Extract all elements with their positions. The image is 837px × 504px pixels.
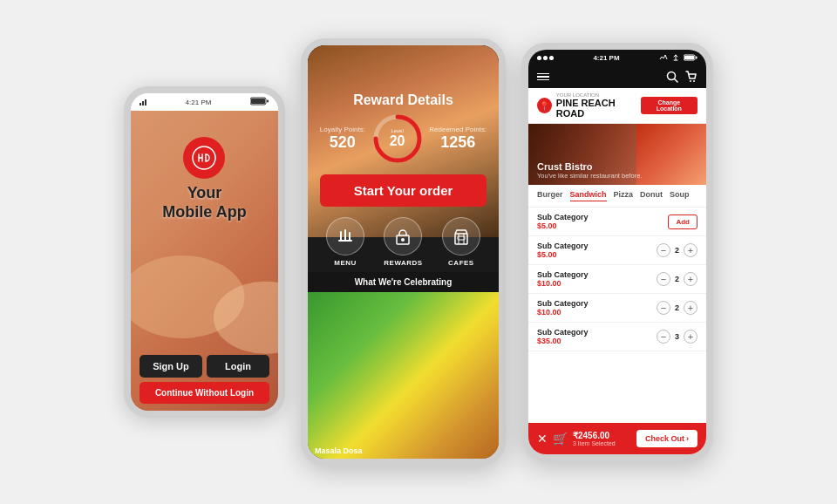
phone-1: 4:21 PM Your Mobile App Sign Up Login Co… [124, 86, 285, 418]
celebrating-section: What We're Celebrating [308, 272, 499, 292]
tab-pizza[interactable]: Pizza [614, 190, 634, 201]
menu-item-3: Sub Category $10.00 − 2 + [528, 265, 706, 294]
top-bar-3 [528, 65, 706, 88]
rewards-shortcut[interactable]: REWARDS [384, 217, 422, 267]
app-logo-area: Your Mobile App [162, 137, 246, 221]
hamburger-icon-3[interactable] [537, 72, 549, 83]
add-button-1[interactable]: Add [668, 215, 698, 229]
status-dots-3 [537, 56, 554, 60]
increment-button-3[interactable]: + [684, 272, 698, 286]
menu-item-info-1: Sub Category $5.00 [537, 213, 589, 230]
chevron-right-icon: › [686, 434, 689, 443]
qty-value-2: 2 [675, 246, 679, 255]
decrement-button-4[interactable]: − [657, 301, 670, 315]
change-location-button[interactable]: Change Location [641, 97, 698, 114]
menu-item-info-5: Sub Category $35.00 [537, 328, 589, 345]
cafes-shortcut[interactable]: CAFES [442, 217, 480, 267]
increment-button-5[interactable]: + [684, 330, 698, 344]
signup-button[interactable]: Sign Up [140, 355, 202, 378]
reward-content: Reward Details Loyalty Points: 520 Level… [308, 85, 499, 459]
cart-icon[interactable] [685, 71, 698, 83]
menu-icon [326, 217, 364, 255]
app-title: Your Mobile App [162, 184, 246, 221]
checkout-left: ✕ 🛒 ₹2456.00 3 Item Selected [537, 431, 616, 446]
level-text: Level 20 [390, 128, 405, 149]
svg-line-23 [675, 79, 678, 83]
menu-item-info-4: Sub Category $10.00 [537, 299, 589, 317]
rewards-label: REWARDS [384, 259, 422, 267]
reward-stats: Loyalty Points: 520 Level 20 Redeemed Po… [308, 113, 499, 169]
qty-control-3: − 2 + [657, 272, 698, 286]
menu-item-info-3: Sub Category $10.00 [537, 270, 589, 288]
continue-without-login-button[interactable]: Continue Without Login [140, 382, 269, 404]
cafes-label: CAFES [448, 259, 474, 267]
status-bar-3: 4:21 PM [528, 50, 706, 65]
menu-item-5: Sub Category $35.00 − 3 + [528, 323, 706, 351]
redeemed-points: Redeemed Points: 1256 [429, 126, 487, 152]
increment-button-4[interactable]: + [684, 301, 698, 315]
menu-item-1: Sub Category $5.00 Add [528, 208, 706, 236]
top-icons-3 [666, 71, 698, 83]
location-left: 📍 Your Location PINE REACH ROAD [537, 92, 641, 119]
checkout-button[interactable]: Check Out › [636, 430, 698, 447]
svg-rect-15 [455, 234, 467, 244]
rewards-icon [384, 217, 422, 255]
restaurant-banner: Crust Bistro You've like similar restaur… [528, 124, 706, 185]
search-icon[interactable] [666, 71, 678, 83]
svg-point-24 [690, 80, 691, 82]
svg-rect-20 [684, 56, 694, 59]
menu-item-2: Sub Category $5.00 − 2 + [528, 236, 706, 265]
increment-button-2[interactable]: + [684, 243, 698, 257]
phone-3: 4:21 PM 📍 Your Location PINE REACH ROAD … [521, 43, 713, 461]
qty-value-5: 3 [675, 332, 679, 341]
start-order-button[interactable]: Start Your order [320, 174, 487, 207]
reward-title: Reward Details [308, 85, 499, 113]
shortcut-icons: MENU REWARDS [308, 212, 499, 272]
menu-item-info-2: Sub Category $5.00 [537, 242, 589, 259]
restaurant-food-image [636, 124, 706, 185]
location-info: Your Location PINE REACH ROAD [556, 92, 641, 119]
cart-checkout-icon: 🛒 [553, 432, 568, 446]
status-icons-3 [659, 54, 698, 61]
tab-soup[interactable]: Soup [670, 190, 690, 201]
qty-value-4: 2 [675, 303, 679, 312]
cafes-icon [442, 217, 480, 255]
status-bar-1: 4:21 PM [131, 93, 278, 111]
location-bar: 📍 Your Location PINE REACH ROAD Change L… [528, 88, 706, 124]
qty-control-4: − 2 + [657, 301, 698, 315]
qty-control-5: − 3 + [657, 330, 698, 344]
checkout-bar: ✕ 🛒 ₹2456.00 3 Item Selected Check Out › [528, 423, 706, 454]
food-background: Your Mobile App Sign Up Login Continue W… [131, 111, 278, 411]
checkout-info: ₹2456.00 3 Item Selected [573, 431, 616, 446]
svg-rect-2 [267, 100, 269, 103]
tab-burger[interactable]: Burger [537, 190, 563, 201]
svg-rect-1 [251, 99, 265, 104]
restaurant-info: Crust Bistro You've like similar restaur… [537, 161, 642, 180]
decrement-button-3[interactable]: − [657, 272, 670, 286]
category-tabs: Burger Sandwich Pizza Donut Soup [528, 185, 706, 208]
menu-item-4: Sub Category $10.00 − 2 + [528, 294, 706, 323]
signal-icon [140, 99, 146, 106]
svg-point-25 [693, 80, 695, 82]
svg-point-14 [401, 238, 405, 242]
time-label-3: 4:21 PM [593, 54, 619, 62]
svg-rect-21 [696, 57, 698, 59]
phone-2: 4:21 PM Reward Details Loyalty Points: 5… [301, 38, 506, 466]
menu-shortcut[interactable]: MENU [326, 217, 364, 267]
qty-control-2: − 2 + [657, 243, 698, 257]
tab-donut[interactable]: Donut [640, 190, 663, 201]
battery-label [250, 97, 269, 107]
level-circle: Level 20 [372, 113, 423, 164]
loyalty-points: Loyalty Points: 520 [320, 126, 365, 152]
qty-value-3: 2 [675, 275, 679, 283]
food-photo: Masala Dosa [308, 292, 499, 459]
menu-label: MENU [334, 259, 357, 267]
close-button[interactable]: ✕ [537, 432, 548, 446]
login-button[interactable]: Login [207, 355, 269, 378]
tab-sandwich[interactable]: Sandwich [570, 190, 607, 201]
svg-point-3 [193, 146, 215, 169]
decrement-button-2[interactable]: − [657, 243, 670, 257]
decrement-button-5[interactable]: − [657, 330, 670, 344]
menu-list: Sub Category $5.00 Add Sub Category $5.0… [528, 208, 706, 423]
time-label: 4:21 PM [186, 99, 212, 106]
